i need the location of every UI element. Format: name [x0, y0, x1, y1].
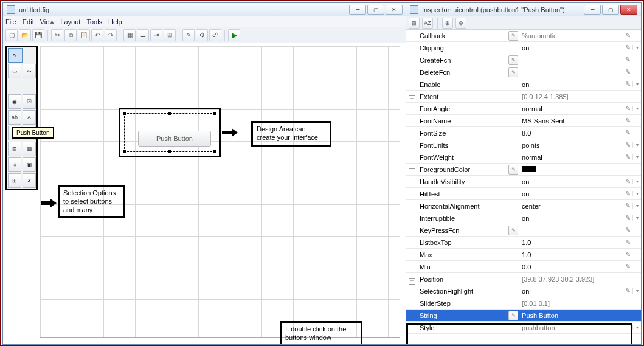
menu-file[interactable]: File [5, 18, 16, 26]
property-value[interactable]: on [522, 288, 623, 295]
property-value[interactable]: [0.01 0.1] [522, 300, 623, 307]
property-editor-icon[interactable]: ✎ [505, 165, 522, 175]
chevron-down-icon[interactable]: ▾ [632, 191, 641, 196]
menu-layout[interactable]: Layout [60, 18, 80, 26]
paste-icon[interactable]: 📋 [78, 29, 90, 41]
placed-pushbutton[interactable]: Push Button [138, 131, 211, 147]
property-row[interactable]: KeyPressFcn✎✎ [406, 224, 641, 237]
chevron-down-icon[interactable]: ▾ [632, 203, 641, 209]
resize-handle[interactable] [123, 150, 126, 153]
chevron-down-icon[interactable]: ▾ [632, 81, 641, 87]
property-value[interactable]: pushbutton [522, 324, 623, 331]
chevron-down-icon[interactable]: ▾ [632, 106, 641, 111]
property-row[interactable]: Enableon✎▾ [406, 78, 641, 91]
new-icon[interactable]: ▢ [5, 29, 18, 41]
property-row[interactable]: ListboxTop1.0✎ [406, 237, 641, 249]
inspector-titlebar[interactable]: Inspector: uicontrol (pushbutton1 "Push … [406, 3, 641, 16]
save-icon[interactable]: 💾 [32, 29, 44, 41]
align-icon[interactable]: ▦ [123, 29, 136, 41]
property-editor-icon[interactable]: ✎ [505, 311, 522, 320]
property-value[interactable]: points [522, 142, 623, 149]
run-icon[interactable]: ▶ [228, 29, 240, 41]
property-row[interactable]: FontSize8.0✎ [406, 127, 641, 139]
property-value[interactable]: %automatic [522, 32, 623, 40]
table-tool-icon[interactable]: ▦ [23, 142, 36, 156]
property-row[interactable]: SelectionHighlighton✎▾ [406, 285, 641, 297]
cut-icon[interactable]: ✂ [51, 29, 63, 41]
property-row[interactable]: CreateFcn✎✎ [406, 54, 641, 66]
property-value[interactable] [522, 166, 623, 173]
redo-icon[interactable]: ↷ [105, 29, 117, 41]
property-row[interactable]: FontUnitspoints✎▾ [406, 139, 641, 151]
property-value[interactable]: on [522, 215, 623, 222]
expand-toggle-icon[interactable]: + [409, 168, 415, 175]
categorize-icon[interactable]: ⊞ [409, 18, 420, 29]
property-value[interactable]: MS Sans Serif [522, 117, 623, 125]
editor-titlebar[interactable]: untitled.fig ━ ▢ ✕ [3, 3, 406, 16]
checkbox-tool-icon[interactable]: ☑ [23, 94, 36, 109]
minimize-button[interactable]: ━ [349, 5, 366, 15]
property-row[interactable]: FontAnglenormal✎▾ [406, 103, 641, 115]
chevron-down-icon[interactable]: ▾ [632, 288, 641, 294]
resize-handle[interactable] [213, 150, 216, 153]
property-row[interactable]: Min0.0✎ [406, 261, 641, 273]
property-row[interactable]: ForegroundColor+✎ [406, 164, 641, 176]
property-row[interactable]: Max1.0✎ [406, 249, 641, 261]
menu-edit[interactable]: Edit [23, 18, 34, 26]
axes-tool-icon[interactable]: ⌗ [8, 157, 21, 172]
maximize-button[interactable]: ▢ [602, 5, 619, 15]
property-value[interactable]: [39.8 37.923 30.2 3.923] [522, 275, 623, 283]
property-editor-icon[interactable]: ✎ [505, 55, 522, 65]
mfile-editor-icon[interactable]: ✎ [182, 29, 195, 41]
property-row[interactable]: FontWeightnormal✎▾ [406, 151, 641, 164]
open-icon[interactable]: 📂 [19, 29, 31, 41]
property-inspector-icon[interactable]: ⚙ [196, 29, 208, 41]
chevron-down-icon[interactable]: ▾ [632, 325, 641, 330]
property-value[interactable]: on [522, 190, 623, 198]
copy-icon[interactable]: ⧉ [64, 29, 77, 41]
pushbutton-tool-icon[interactable]: ▭ [8, 64, 21, 78]
resize-handle[interactable] [168, 112, 171, 115]
property-value[interactable]: 1.0 [522, 239, 623, 246]
activex-tool-icon[interactable]: X [23, 173, 36, 188]
property-value[interactable]: on [522, 44, 623, 52]
property-editor-icon[interactable]: ✎ [505, 31, 522, 41]
resize-handle[interactable] [168, 150, 171, 153]
edittext-tool-icon[interactable]: ab [8, 110, 21, 125]
menu-help[interactable]: Help [108, 18, 122, 26]
select-tool-icon[interactable]: ↖ [8, 48, 23, 63]
property-row[interactable]: SliderStep[0.01 0.1] [406, 297, 641, 310]
chevron-down-icon[interactable]: ▾ [632, 45, 641, 50]
minimize-button[interactable]: ━ [584, 5, 601, 15]
property-value[interactable]: 0.0 [522, 263, 623, 271]
chevron-down-icon[interactable]: ▾ [632, 179, 641, 184]
property-value[interactable]: Push Button [522, 312, 623, 319]
property-row[interactable]: Stylepushbutton▾ [406, 322, 641, 334]
property-row[interactable]: Callback✎%automatic✎ [406, 30, 641, 42]
chevron-down-icon[interactable]: ▾ [632, 142, 641, 148]
property-row[interactable]: FontNameMS Sans Serif✎ [406, 115, 641, 127]
close-button[interactable]: ✕ [620, 5, 637, 15]
chevron-down-icon[interactable]: ▾ [632, 215, 641, 221]
sort-az-icon[interactable]: AZ [422, 18, 433, 29]
property-editor-icon[interactable]: ✎ [505, 67, 522, 77]
property-value[interactable]: 8.0 [522, 130, 623, 137]
property-row[interactable]: Position+[39.8 37.923 30.2 3.923] [406, 273, 641, 285]
property-list[interactable]: Callback✎%automatic✎Clippingon✎▾CreateFc… [406, 30, 641, 344]
buttongroup-tool-icon[interactable]: ⊞ [8, 173, 21, 188]
toggle-tool-icon[interactable]: ⊟ [8, 142, 21, 156]
statictext-tool-icon[interactable]: A [23, 110, 36, 125]
collapse-icon[interactable]: ⊖ [455, 18, 466, 29]
property-value[interactable]: normal [522, 105, 623, 112]
property-row[interactable]: DeleteFcn✎✎ [406, 66, 641, 78]
property-row[interactable]: Clippingon✎▾ [406, 42, 641, 54]
expand-icon[interactable]: ⊕ [442, 18, 453, 29]
radiobutton-tool-icon[interactable]: ◉ [8, 94, 21, 109]
property-row[interactable]: Extent+[0 0 12.4 1.385] [406, 91, 641, 103]
menu-view[interactable]: View [40, 18, 55, 26]
property-value[interactable]: center [522, 202, 623, 210]
property-editor-icon[interactable]: ✎ [505, 226, 522, 235]
menu-editor-icon[interactable]: ☰ [137, 29, 149, 41]
slider-tool-icon[interactable]: ⇔ [23, 64, 36, 78]
resize-handle[interactable] [213, 112, 216, 115]
